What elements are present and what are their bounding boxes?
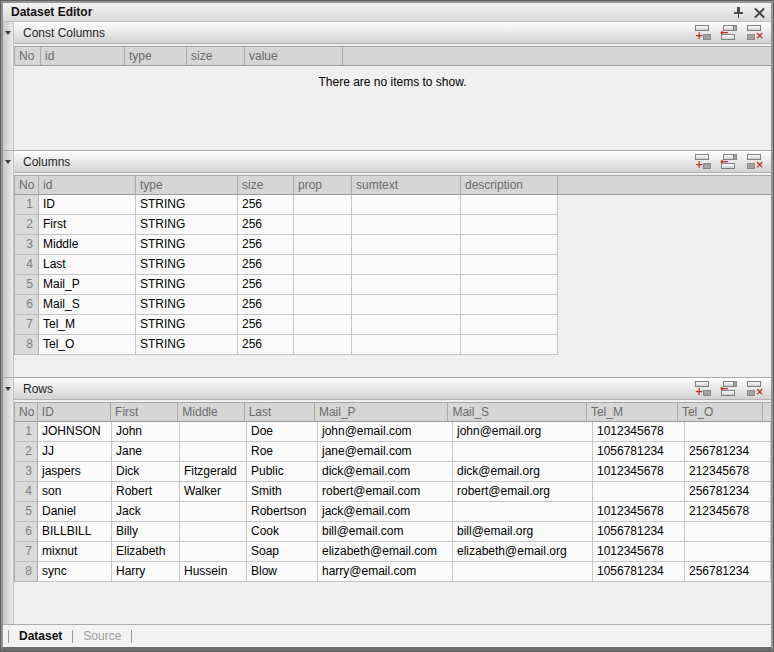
delete-row-icon[interactable]: × — [746, 153, 765, 170]
row-number-cell[interactable]: 1 — [15, 195, 39, 215]
column-header-size[interactable]: size — [187, 47, 245, 66]
data-cell[interactable]: STRING — [136, 315, 238, 335]
data-cell[interactable] — [593, 482, 685, 502]
panel-collapse-strip[interactable] — [3, 22, 14, 150]
row-number-cell[interactable]: 8 — [15, 335, 39, 355]
column-header-last[interactable]: Last — [245, 403, 315, 422]
data-cell[interactable] — [352, 295, 461, 315]
data-cell[interactable] — [685, 542, 771, 562]
data-cell[interactable]: Fitzgerald — [180, 462, 247, 482]
data-cell[interactable]: john@email.org — [453, 422, 593, 442]
data-cell[interactable] — [352, 255, 461, 275]
panel-collapse-strip[interactable] — [3, 151, 14, 377]
column-header-sumtext[interactable]: sumtext — [352, 176, 461, 195]
data-cell[interactable]: john@email.com — [318, 422, 453, 442]
data-cell[interactable]: Elizabeth — [112, 542, 180, 562]
data-cell[interactable]: John — [112, 422, 180, 442]
data-cell[interactable]: Tel_O — [39, 335, 136, 355]
data-cell[interactable]: 1012345678 — [593, 462, 685, 482]
data-cell[interactable]: BILLBILL — [38, 522, 112, 542]
tab-dataset[interactable]: Dataset — [19, 629, 62, 643]
data-cell[interactable]: Last — [39, 255, 136, 275]
pin-icon[interactable] — [733, 6, 744, 19]
data-cell[interactable]: Doe — [247, 422, 318, 442]
data-cell[interactable]: STRING — [136, 295, 238, 315]
data-cell[interactable]: ID — [39, 195, 136, 215]
column-header-mail_s[interactable]: Mail_S — [448, 403, 586, 422]
add-row-icon[interactable]: + — [694, 153, 713, 170]
insert-row-icon[interactable]: ← — [720, 153, 739, 170]
data-cell[interactable]: jane@email.com — [318, 442, 453, 462]
insert-row-icon[interactable]: ← — [720, 24, 739, 41]
column-header-id[interactable]: id — [41, 47, 125, 66]
data-cell[interactable]: Robert — [112, 482, 180, 502]
column-header-type[interactable]: type — [136, 176, 238, 195]
data-cell[interactable]: dick@email.org — [453, 462, 593, 482]
data-cell[interactable]: Blow — [247, 562, 318, 582]
data-cell[interactable]: bill@email.com — [318, 522, 453, 542]
data-cell[interactable]: Smith — [247, 482, 318, 502]
row-number-cell[interactable]: 6 — [15, 522, 38, 542]
row-number-cell[interactable]: 2 — [15, 215, 39, 235]
data-cell[interactable]: Public — [247, 462, 318, 482]
data-cell[interactable] — [294, 195, 352, 215]
data-cell[interactable] — [352, 335, 461, 355]
add-row-icon[interactable]: + — [694, 380, 713, 397]
data-cell[interactable]: Middle — [39, 235, 136, 255]
column-header-value[interactable]: value — [245, 47, 343, 66]
data-cell[interactable]: jaspers — [38, 462, 112, 482]
row-number-cell[interactable]: 6 — [15, 295, 39, 315]
data-cell[interactable]: Billy — [112, 522, 180, 542]
column-header-size[interactable]: size — [238, 176, 294, 195]
data-cell[interactable]: Cook — [247, 522, 318, 542]
row-number-cell[interactable]: 4 — [15, 255, 39, 275]
data-cell[interactable] — [352, 195, 461, 215]
data-cell[interactable]: 1012345678 — [593, 542, 685, 562]
data-cell[interactable]: STRING — [136, 255, 238, 275]
data-cell[interactable]: 1056781234 — [593, 562, 685, 582]
data-cell[interactable] — [352, 235, 461, 255]
data-cell[interactable] — [180, 442, 247, 462]
data-cell[interactable] — [294, 235, 352, 255]
delete-row-icon[interactable]: × — [746, 380, 765, 397]
data-cell[interactable]: son — [38, 482, 112, 502]
data-cell[interactable]: 256781234 — [685, 442, 771, 462]
data-cell[interactable]: mixnut — [38, 542, 112, 562]
row-number-cell[interactable]: 2 — [15, 442, 38, 462]
column-header-id[interactable]: id — [39, 176, 136, 195]
data-cell[interactable] — [294, 315, 352, 335]
data-cell[interactable] — [180, 502, 247, 522]
column-header-tel_m[interactable]: Tel_M — [587, 403, 678, 422]
row-number-cell[interactable]: 5 — [15, 502, 38, 522]
data-cell[interactable] — [294, 275, 352, 295]
data-cell[interactable]: 1056781234 — [593, 442, 685, 462]
close-icon[interactable] — [754, 7, 765, 18]
data-cell[interactable]: STRING — [136, 195, 238, 215]
data-cell[interactable]: 256 — [238, 295, 294, 315]
column-header-middle[interactable]: Middle — [178, 403, 244, 422]
data-cell[interactable] — [461, 215, 558, 235]
data-cell[interactable]: STRING — [136, 275, 238, 295]
data-cell[interactable]: dick@email.com — [318, 462, 453, 482]
data-cell[interactable]: Soap — [247, 542, 318, 562]
panel-collapse-strip[interactable] — [3, 378, 14, 624]
insert-row-icon[interactable]: ← — [720, 380, 739, 397]
data-cell[interactable]: 256781234 — [685, 562, 771, 582]
data-cell[interactable]: Dick — [112, 462, 180, 482]
data-cell[interactable]: 256 — [238, 215, 294, 235]
data-cell[interactable] — [294, 215, 352, 235]
data-cell[interactable] — [461, 255, 558, 275]
data-cell[interactable] — [294, 295, 352, 315]
row-number-cell[interactable]: 5 — [15, 275, 39, 295]
data-cell[interactable] — [352, 315, 461, 335]
delete-row-icon[interactable]: × — [746, 24, 765, 41]
data-cell[interactable]: Jack — [112, 502, 180, 522]
data-cell[interactable]: JOHNSON — [38, 422, 112, 442]
row-number-cell[interactable]: 4 — [15, 482, 38, 502]
column-header-prop[interactable]: prop — [294, 176, 352, 195]
row-number-cell[interactable]: 7 — [15, 315, 39, 335]
data-cell[interactable]: Mail_S — [39, 295, 136, 315]
data-cell[interactable] — [180, 542, 247, 562]
data-cell[interactable]: harry@email.com — [318, 562, 453, 582]
data-cell[interactable]: sync — [38, 562, 112, 582]
